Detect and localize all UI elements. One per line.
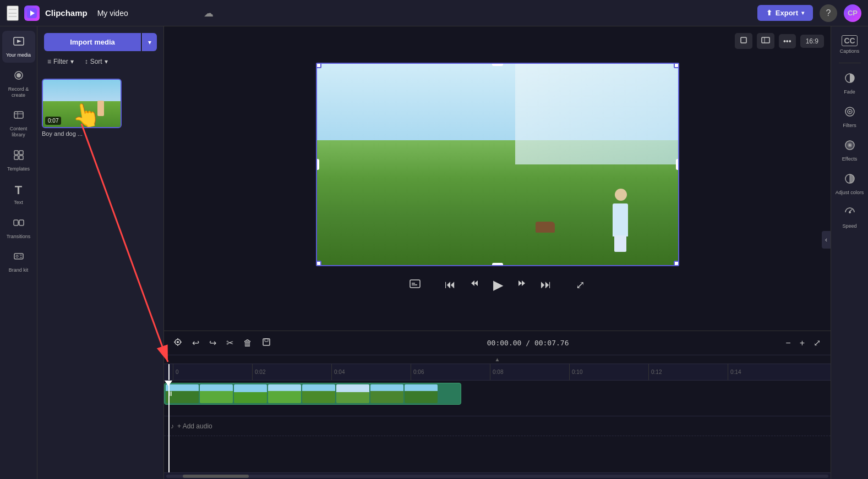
right-panel-effects[interactable]: Effects [833,135,866,166]
timeline-playhead-line [168,381,170,472]
import-media-button[interactable]: Import media [44,33,141,51]
skip-forward-button[interactable]: ⏭ [538,276,554,293]
right-panel-filters[interactable]: Filters [833,101,866,133]
topbar-right: ⬆ Export ▾ ? CP [757,4,861,22]
sidebar-item-label-content: Content library [4,126,33,138]
right-panel-collapse-button[interactable]: ‹ [822,231,831,249]
sidebar-item-label-your-media: Your media [6,52,31,58]
speed-label: Speed [842,223,856,229]
app-logo [24,5,40,21]
corner-handle-br[interactable] [674,261,679,266]
video-track-row: and dog running ⏸ [164,381,831,416]
crop-button[interactable] [735,33,752,49]
media-thumbnail[interactable]: 0:07 [42,79,122,128]
sort-button[interactable]: ↕ Sort ▾ [81,56,111,68]
svg-rect-21 [762,37,769,43]
effects-label: Effects [842,156,857,162]
video-clip[interactable]: ⏸ [164,383,461,405]
sidebar-item-label-brand: Brand kit [9,267,29,273]
record-create-icon [13,69,25,84]
scrollbar-track [166,475,828,478]
zoom-out-button[interactable]: − [782,335,794,350]
svg-rect-9 [14,151,18,155]
delete-button[interactable]: 🗑 [241,335,255,351]
svg-point-27 [177,341,179,343]
video-title-input[interactable] [93,7,198,20]
right-panel-adjust-colors[interactable]: Adjust colors [833,168,866,200]
sidebar-item-brand-kit[interactable]: Brand kit [2,246,35,278]
svg-line-45 [850,210,852,211]
sidebar-item-content-library[interactable]: Content library [2,104,35,142]
cut-button[interactable]: ✂ [223,335,236,351]
filter-chevron-icon: ▾ [70,58,74,65]
sidebar-item-your-media[interactable]: Your media [2,31,35,63]
sort-label: Sort [90,58,102,65]
right-panel-fade[interactable]: Fade [833,68,866,99]
clip-frame-3 [234,384,267,403]
right-panel-speed[interactable]: Speed [833,202,866,233]
timeline-collapse-row: ▲ [164,355,831,364]
aspect-ratio-button[interactable]: 16:9 [800,35,824,48]
right-panel-captions[interactable]: CC Captions [833,31,866,58]
sidebar-item-record-create[interactable]: Record & create [2,65,35,103]
clip-frame-4 [268,384,301,403]
edge-handle-right[interactable] [676,159,679,170]
more-options-button[interactable]: ••• [779,34,796,48]
center-panel: ••• 16:9 [164,26,831,479]
list-item[interactable]: 0:07 Boy and dog ... [42,79,122,137]
media-panel: Import media ▾ ≡ Filter ▾ ↕ Sort ▾ [37,26,164,479]
preview-mode-button[interactable] [757,33,774,49]
video-track-content: and dog running ⏸ [164,381,831,416]
adjust-colors-icon [844,173,856,188]
edge-handle-bottom[interactable] [492,263,503,266]
speed-icon [844,206,856,221]
media-duration-badge: 0:07 [45,117,61,125]
help-button[interactable]: ? [820,4,837,22]
brand-kit-icon [13,250,25,265]
import-dropdown-button[interactable]: ▾ [142,33,157,51]
hamburger-menu[interactable]: ☰ [7,5,19,21]
timeline-scrollbar[interactable] [164,472,831,479]
play-button[interactable]: ▶ [491,275,505,295]
sidebar-item-transitions[interactable]: Transitions [2,212,35,244]
zoom-fit-button[interactable]: ⤢ [810,335,824,350]
export-button[interactable]: ⬆ Export ▾ [757,5,813,21]
magnet-tool-button[interactable] [171,335,185,351]
corner-handle-tr[interactable] [674,63,679,68]
rewind-button[interactable] [467,276,482,294]
adjust-colors-label: Adjust colors [836,190,864,195]
sidebar-item-text[interactable]: T Text [2,179,35,210]
timeline: ↩ ↪ ✂ 🗑 00:00.00 / 00:07.76 − + ⤢ [164,331,831,479]
zoom-in-button[interactable]: + [796,335,808,350]
corner-handle-bl[interactable] [316,261,321,266]
corner-handle-tl[interactable] [316,63,321,68]
timeline-collapse-button[interactable]: ▲ [495,356,500,362]
sidebar-item-label-transitions: Transitions [7,234,31,240]
content-library-icon [13,109,25,124]
timeline-toolbar: ↩ ↪ ✂ 🗑 00:00.00 / 00:07.76 − + ⤢ [164,331,831,355]
skip-back-button[interactable]: ⏮ [443,276,458,293]
export-label: Export [776,9,798,17]
edge-handle-top[interactable] [492,63,503,66]
sidebar-item-label-text: Text [14,200,23,206]
save-frame-button[interactable] [259,335,274,351]
sort-chevron-icon: ▾ [105,58,108,65]
filter-button[interactable]: ≡ Filter ▾ [44,56,77,68]
clip-frame-2 [200,384,233,403]
clip-frame-7 [370,384,403,403]
scrollbar-thumb[interactable] [183,475,249,478]
add-audio-label: + Add audio [177,422,212,430]
svg-point-5 [17,73,21,78]
right-panel: CC Captions Fade Filters [831,26,868,479]
user-avatar[interactable]: CP [844,4,861,22]
add-audio-button[interactable]: ♪ + Add audio [164,416,831,436]
forward-button[interactable] [514,276,529,294]
svg-rect-32 [263,339,270,345]
sidebar-item-templates[interactable]: Templates [2,145,35,177]
undo-button[interactable]: ↩ [189,335,202,351]
caption-button[interactable] [407,276,423,293]
import-button-group: Import media ▾ [44,33,157,51]
fullscreen-button[interactable]: ⤢ [574,276,587,294]
edge-handle-left[interactable] [316,159,319,170]
redo-button[interactable]: ↪ [206,335,219,351]
